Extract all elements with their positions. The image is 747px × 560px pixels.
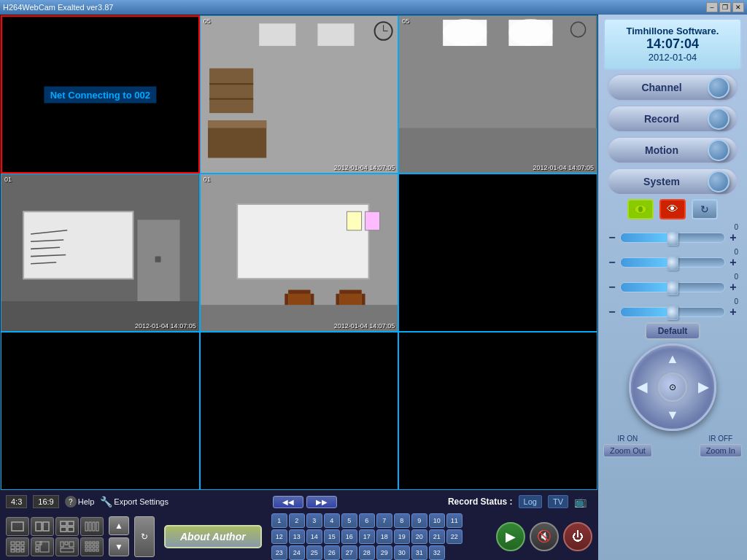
record-button[interactable]: Record [607, 105, 738, 133]
slider-1-plus[interactable]: + [728, 231, 738, 244]
motion-detect-icon-button[interactable] [627, 199, 654, 219]
dpad-right-button[interactable]: ▶ [698, 379, 708, 395]
camera-cell-4[interactable]: 01 2012-01-04 14:07:05 [1, 174, 200, 332]
layout-custom2-button[interactable] [55, 537, 79, 556]
slider-3-track[interactable] [620, 282, 725, 292]
dpad-down-button[interactable]: ▼ [666, 408, 679, 423]
ch-btn-4[interactable]: 4 [324, 513, 340, 528]
nav-next-button[interactable]: ▶▶ [306, 496, 337, 508]
play-button[interactable]: ▶ [496, 522, 525, 551]
dpad-center-button[interactable]: ⊙ [658, 373, 687, 402]
camera-cell-9[interactable] [398, 332, 597, 490]
slider-4-plus[interactable]: + [728, 306, 738, 319]
camera-cell-3[interactable]: 05 2012-01-04 14:07:05 [398, 15, 597, 174]
zoom-in-button[interactable]: Zoom In [700, 444, 742, 457]
ch-btn-24[interactable]: 24 [289, 545, 305, 560]
ch-btn-25[interactable]: 25 [306, 545, 322, 560]
motion-button[interactable]: Motion [607, 136, 738, 164]
power-button[interactable]: ⏻ [563, 522, 592, 551]
cam2-label: 05 [204, 18, 211, 25]
ch-btn-20[interactable]: 20 [411, 529, 427, 544]
slider-2-minus[interactable]: − [607, 256, 617, 269]
restore-button[interactable]: ❐ [719, 2, 731, 12]
ch-btn-31[interactable]: 31 [411, 545, 427, 560]
refresh-button[interactable]: ↻ [134, 516, 155, 557]
dpad-left-button[interactable]: ◀ [637, 379, 647, 395]
ch-btn-14[interactable]: 14 [306, 529, 322, 544]
ch-btn-3[interactable]: 3 [306, 513, 322, 528]
slider-2-track[interactable] [620, 257, 725, 268]
dpad-up-button[interactable]: ▲ [666, 351, 679, 367]
ch-btn-9[interactable]: 9 [411, 513, 427, 528]
layout-3x3-button[interactable] [6, 537, 29, 556]
camera-cell-5[interactable]: 01 2012-01-04 14:07:05 [200, 174, 399, 332]
ch-btn-23[interactable]: 23 [271, 545, 287, 560]
ch-btn-27[interactable]: 27 [341, 545, 357, 560]
ch-btn-8[interactable]: 8 [394, 513, 410, 528]
ch-btn-22[interactable]: 22 [446, 529, 462, 544]
slider-2-thumb[interactable] [667, 256, 678, 271]
ch-btn-5[interactable]: 5 [341, 513, 357, 528]
eye-icon-button[interactable]: 👁 [659, 199, 686, 219]
ch-btn-2[interactable]: 2 [289, 513, 305, 528]
default-button[interactable]: Default [645, 322, 701, 340]
ch-btn-16[interactable]: 16 [341, 529, 357, 544]
ch-btn-21[interactable]: 21 [429, 529, 445, 544]
camera-cell-7[interactable] [1, 332, 200, 490]
slider-2-plus[interactable]: + [728, 256, 738, 269]
loop-icon-button[interactable]: ↻ [692, 199, 718, 219]
ch-btn-26[interactable]: 26 [324, 545, 340, 560]
ratio-4-3-button[interactable]: 4:3 [6, 495, 27, 508]
minimize-button[interactable]: – [706, 2, 718, 12]
layout-4x4-button[interactable] [80, 537, 104, 556]
camera-cell-8[interactable] [200, 332, 399, 490]
close-button[interactable]: ✕ [732, 2, 744, 12]
ch-btn-19[interactable]: 19 [394, 529, 410, 544]
ch-btn-13[interactable]: 13 [289, 529, 305, 544]
slider-3-thumb[interactable] [667, 281, 678, 295]
ch-btn-7[interactable]: 7 [376, 513, 392, 528]
ch-btn-17[interactable]: 17 [359, 529, 375, 544]
layout-1x1-button[interactable] [6, 517, 29, 536]
help-button[interactable]: ? Help [65, 496, 95, 508]
nav-prev-button[interactable]: ◀◀ [273, 496, 303, 508]
ch-btn-30[interactable]: 30 [394, 545, 410, 560]
svg-rect-10 [209, 83, 253, 85]
tv-button[interactable]: TV [548, 495, 568, 508]
log-button[interactable]: Log [519, 495, 542, 508]
slider-3-plus[interactable]: + [728, 281, 738, 294]
export-settings-button[interactable]: 🔧 Export Settings [100, 496, 169, 508]
ch-btn-11[interactable]: 11 [446, 513, 462, 528]
ch-btn-29[interactable]: 29 [376, 545, 392, 560]
camera-cell-2[interactable]: 05 2012-01-04 14:07:05 [200, 15, 399, 174]
channel-button[interactable]: Channel [607, 74, 738, 101]
slider-1-minus[interactable]: − [607, 231, 617, 244]
slider-1-track[interactable] [620, 233, 725, 243]
ch-btn-18[interactable]: 18 [376, 529, 392, 544]
layout-2x2-button[interactable] [55, 517, 79, 536]
ratio-16-9-button[interactable]: 16:9 [33, 495, 58, 508]
slider-4-minus[interactable]: − [607, 306, 617, 319]
scroll-up-button[interactable]: ▲ [109, 516, 129, 535]
slider-3-minus[interactable]: − [607, 281, 617, 294]
layout-custom1-button[interactable] [31, 537, 54, 556]
layout-2x1-button[interactable] [31, 517, 54, 536]
slider-1-thumb[interactable] [667, 231, 678, 246]
camera-cell-6[interactable] [398, 174, 597, 332]
system-button[interactable]: System [607, 168, 738, 195]
ch-btn-10[interactable]: 10 [429, 513, 445, 528]
scroll-down-button[interactable]: ▼ [109, 537, 129, 556]
ch-btn-1[interactable]: 1 [271, 513, 287, 528]
zoom-out-button[interactable]: Zoom Out [603, 444, 652, 457]
slider-4-thumb[interactable] [667, 306, 678, 320]
layout-4x1-button[interactable] [80, 517, 104, 536]
sound-button[interactable]: 🔇 [530, 522, 559, 551]
ch-btn-6[interactable]: 6 [359, 513, 375, 528]
camera-cell-1[interactable]: Net Connecting to 002 [1, 15, 200, 174]
about-author-button[interactable]: About Author [164, 525, 262, 548]
slider-4-track[interactable] [620, 307, 725, 317]
ch-btn-32[interactable]: 32 [429, 545, 445, 560]
ch-btn-12[interactable]: 12 [271, 529, 287, 544]
ch-btn-15[interactable]: 15 [324, 529, 340, 544]
ch-btn-28[interactable]: 28 [359, 545, 375, 560]
